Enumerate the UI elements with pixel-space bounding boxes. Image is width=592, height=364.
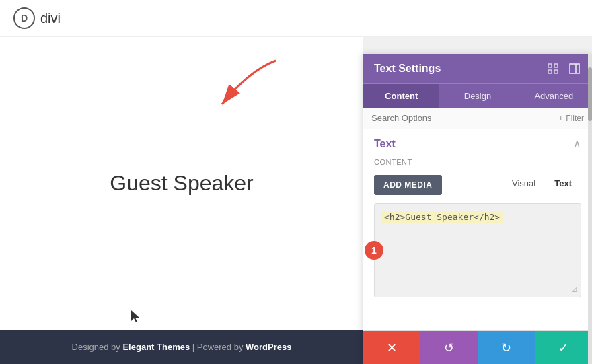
redo-button[interactable]: ↻ <box>478 331 535 364</box>
footer-brand2: WordPress <box>246 342 291 352</box>
logo-circle: D <box>13 7 35 29</box>
panel-header-icons <box>546 62 581 75</box>
canvas-area: Guest Speaker Designed by Elegant Themes… <box>0 37 363 364</box>
section-title: Text <box>374 138 396 150</box>
panel-body: Text ∧ Content ADD MEDIA Visual Text 1 <… <box>363 129 592 330</box>
tab-advanced[interactable]: Advanced <box>516 84 592 108</box>
guest-speaker-heading: Guest Speaker <box>110 171 253 196</box>
step-badge: 1 <box>365 241 383 260</box>
visual-text-tabs: Visual Text <box>503 174 581 192</box>
canvas-content: Guest Speaker <box>0 37 363 330</box>
undo-button[interactable]: ↺ <box>420 331 478 364</box>
filter-button[interactable]: + Filter <box>558 114 584 123</box>
svg-rect-3 <box>548 70 552 73</box>
svg-rect-4 <box>554 70 558 73</box>
expand-icon[interactable] <box>546 62 560 75</box>
top-bar: D divi <box>0 0 592 37</box>
add-media-button[interactable]: ADD MEDIA <box>374 175 442 195</box>
arrow-annotation <box>209 57 289 120</box>
settings-panel: Text Settings Content Design Advanced <box>363 54 592 364</box>
tab-design[interactable]: Design <box>439 84 515 108</box>
panel-scrollbar[interactable] <box>588 54 592 364</box>
panel-tabs: Content Design Advanced <box>363 83 592 108</box>
redo-icon: ↻ <box>501 340 511 355</box>
content-label: Content <box>374 158 581 166</box>
tab-content[interactable]: Content <box>363 84 439 108</box>
cancel-icon: ✕ <box>387 340 397 355</box>
filter-icon: + <box>558 114 563 123</box>
logo-name: divi <box>40 11 61 26</box>
panel-actions: ✕ ↺ ↻ ✓ <box>363 330 592 364</box>
save-button[interactable]: ✓ <box>535 331 592 364</box>
panel-title: Text Settings <box>374 63 441 75</box>
svg-rect-1 <box>548 64 552 67</box>
visual-tab[interactable]: Visual <box>503 174 545 192</box>
search-input[interactable] <box>371 113 558 123</box>
undo-icon: ↺ <box>444 340 454 355</box>
filter-label: Filter <box>566 114 584 123</box>
cancel-button[interactable]: ✕ <box>363 331 420 364</box>
search-bar: + Filter <box>363 108 592 129</box>
resize-handle[interactable]: ⊿ <box>571 285 578 294</box>
footer-text: Designed by Elegant Themes | Powered by … <box>72 342 292 352</box>
footer-brand1: Elegant Themes <box>122 342 190 352</box>
text-tab[interactable]: Text <box>545 174 581 192</box>
footer-bar: Designed by Elegant Themes | Powered by … <box>0 330 363 364</box>
panel-header: Text Settings <box>363 54 592 83</box>
scrollbar-thumb[interactable] <box>588 67 592 121</box>
svg-rect-5 <box>570 64 579 73</box>
collapse-icon[interactable]: ∧ <box>573 137 581 150</box>
save-icon: ✓ <box>558 340 568 355</box>
section-header: Text ∧ <box>374 137 581 150</box>
svg-rect-2 <box>554 64 558 67</box>
editor-area[interactable]: <h2>Guest Speaker</h2> ⊿ <box>374 203 581 297</box>
html-content: <h2>Guest Speaker</h2> <box>381 211 503 223</box>
editor-wrapper: 1 <h2>Guest Speaker</h2> ⊿ <box>374 203 581 297</box>
sidebar-icon[interactable] <box>568 62 581 75</box>
